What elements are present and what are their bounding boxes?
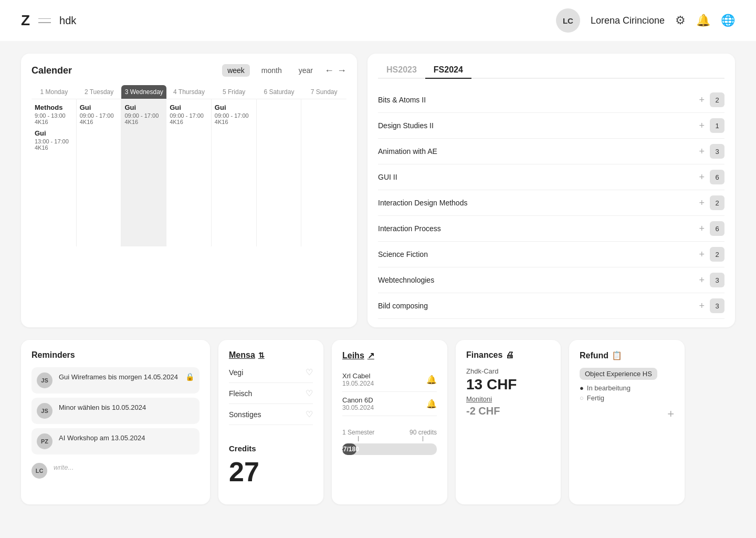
day-header-6: 6 Saturday [257,85,302,99]
course-add-design-studies[interactable]: + [699,120,705,131]
course-row-design-studies: Design Studies II + 1 [378,113,724,139]
nav-dividers [38,18,51,23]
semester-tab-hs2023[interactable]: HS2023 [378,62,425,79]
credits-progress-fill: 27/180 [342,443,356,455]
tab-month[interactable]: month [256,64,287,77]
mensa-filter-icon[interactable]: ⇅ [258,351,265,359]
course-row-animation: Animation with AE + 3 [378,139,724,164]
user-avatar[interactable]: LC [556,8,580,33]
day-col-tuesday: Gui 09:00 - 17:00 4K16 [77,99,122,246]
refund-title: Refund 📋 [580,350,674,360]
course-badge-animation: 3 [710,144,724,159]
dot-empty-icon: ○ [580,394,584,402]
credits-total-label: 90 credits [410,429,437,436]
event-methods: Methods 9:00 - 13:00 4K16 [35,104,73,125]
arrow-right[interactable]: → [337,65,346,76]
finances-link[interactable]: Monitoni [466,395,550,403]
course-row-interaction-methods: Interaction Design Methods + 2 [378,190,724,216]
course-add-interaction-methods[interactable]: + [699,198,705,209]
course-badge-bild-composing: 3 [710,298,724,313]
nav-divider-bottom [38,22,51,23]
event-gui-monday: Gui 13:00 - 17:00 4K16 [35,129,73,151]
leihs-date-2: 30.05.2024 [342,404,374,411]
bell-icon[interactable]: 🔔 [696,14,710,27]
credits-semester-label: 1 Semester [342,429,374,436]
day-col-sunday [301,99,346,246]
event-gui-tuesday: Gui 09:00 - 17:00 4K16 [80,104,118,125]
tab-year[interactable]: year [293,64,318,77]
bell-icon-1[interactable]: 🔔 [426,375,437,385]
username: Lorena Cirincione [591,15,665,26]
course-add-webtechnologies[interactable]: + [699,275,705,286]
course-badge-science-fiction: 2 [710,247,724,262]
refund-badge: Object Experience HS [580,368,657,380]
reminder-item-1: JS Gui Wireframes bis morgen 14.05.2024 … [32,367,200,394]
heart-icon-fleisch[interactable]: ♡ [306,388,313,398]
day-header-3: 3 Wednesday [121,85,166,99]
leihs-item-2: Canon 6D 30.05.2024 🔔 [342,392,437,416]
day-col-thursday: Gui 09:00 - 17:00 4K16 [166,99,212,246]
event-gui-thursday: Gui 09:00 - 17:00 4K16 [170,104,208,125]
reminder-text-1: Gui Wireframes bis morgen 14.05.2024 [59,373,178,382]
reminder-avatar-js2: JS [37,403,52,419]
course-add-bits-atoms[interactable]: + [699,95,705,106]
reminder-text-3: AI Workshop am 13.05.2024 [59,433,145,443]
courses-header: HS2023 FS2024 [378,62,724,79]
course-badge-webtechnologies: 3 [710,273,724,287]
reminder-item-4: LC write... [32,459,200,483]
reminder-avatar-js1: JS [37,373,52,388]
top-nav: Z hdk LC Lorena Cirincione ⚙ 🔔 🌐 [0,0,756,41]
app-logo: Z [21,12,30,29]
reminder-write[interactable]: write... [54,463,74,472]
refund-add-button[interactable]: + [580,407,674,421]
course-row-interaction-process: Interaction Process + 6 [378,216,724,242]
tab-week[interactable]: week [222,64,250,77]
arrow-left[interactable]: ← [324,65,334,76]
course-add-interaction-process[interactable]: + [699,223,705,234]
course-row-bits-atoms: Bits & Atoms II + 2 [378,87,724,113]
leihs-link-icon[interactable]: ↗ [368,350,374,360]
reminder-avatar-lc: LC [32,463,47,479]
mensa-item-fleisch: Fleisch ♡ [229,383,313,404]
leihs-name-1: Xrl Cabel [342,372,374,380]
course-row-bild-composing: Bild composing + 3 [378,293,724,319]
courses-card: HS2023 FS2024 Bits & Atoms II + 2 Design… [368,54,735,327]
heart-icon-vegi[interactable]: ♡ [306,367,313,377]
course-add-bild-composing[interactable]: + [699,301,705,312]
leihs-card: Leihs ↗ Xrl Cabel 19.05.2024 🔔 Canon 6D … [332,340,447,504]
day-col-monday: Methods 9:00 - 13:00 4K16 Gui 13:00 - 17… [32,99,77,246]
course-add-gui[interactable]: + [699,172,705,183]
finances-print-icon[interactable]: 🖨 [506,350,514,360]
course-add-science-fiction[interactable]: + [699,249,705,260]
course-row-gui: GUI II + 6 [378,164,724,190]
finances-label: Zhdk-Card [466,367,550,375]
refund-doc-icon: 📋 [612,350,622,360]
refund-card: Refund 📋 Object Experience HS ● In bearb… [569,340,685,504]
refund-status-fertig: ○ Fertig [580,394,674,402]
finances-card: Finances 🖨 Zhdk-Card 13 CHF Monitoni -2 … [456,340,561,504]
heart-icon-sonstiges[interactable]: ♡ [306,409,313,419]
day-col-friday: Gui 09:00 - 17:00 4K16 [212,99,257,246]
course-add-animation[interactable]: + [699,146,705,157]
mensa-item-sonstiges: Sonstiges ♡ [229,404,313,425]
calendar-card: Calender week month year ← → 1 Monday 2 … [21,54,357,327]
reminders-card: Reminders JS Gui Wireframes bis morgen 1… [21,340,210,504]
calendar-title: Calender [32,65,72,76]
credits-section: Credits 27 [229,436,313,494]
day-header-2: 2 Tuesday [77,85,122,99]
globe-icon[interactable]: 🌐 [721,14,735,27]
calendar-nav-arrows: ← → [324,65,346,76]
credits-progress-section: 1 Semester 90 credits 27/180 [342,429,437,455]
event-gui-wednesday: Gui 09:00 - 17:00 4K16 [124,104,163,125]
main-content: Calender week month year ← → 1 Monday 2 … [0,41,756,340]
day-header-5: 5 Friday [212,85,257,99]
bell-icon-2[interactable]: 🔔 [426,399,437,409]
course-badge-interaction-methods: 2 [710,195,724,210]
gear-icon[interactable]: ⚙ [675,14,686,27]
credits-number: 27 [229,458,313,485]
semester-tab-fs2024[interactable]: FS2024 [425,62,471,79]
nav-right: LC Lorena Cirincione ⚙ 🔔 🌐 [556,8,735,33]
reminder-lock-icon: 🔒 [185,373,194,381]
finances-title: Finances 🖨 [466,350,550,360]
reminder-item-2: JS Minor wählen bis 10.05.2024 [32,398,200,424]
